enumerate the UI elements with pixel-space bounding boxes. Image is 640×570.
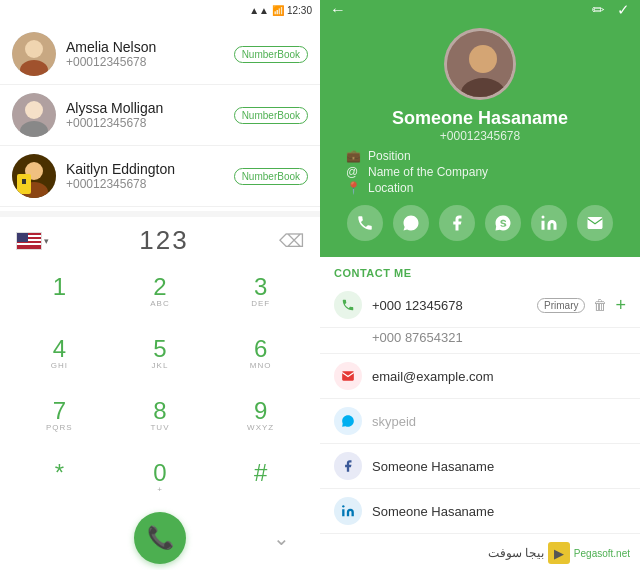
backspace-button[interactable]: ⌫ <box>279 230 304 252</box>
linkedin-text-group: Someone Hasaname <box>372 504 626 519</box>
contact-topbar: ← ✏ ✓ <box>320 0 640 20</box>
header-actions: ✏ ✓ <box>592 1 630 19</box>
phone-2-text: +000 87654321 <box>372 330 463 345</box>
status-icons: ▲▲ 📶 12:30 <box>249 5 312 16</box>
svg-point-15 <box>342 505 344 507</box>
wifi-icon: 📶 <box>272 5 284 16</box>
collapse-button[interactable]: ⌄ <box>273 526 290 550</box>
contact-details: 💼 Position @ Name of the Company 📍 Locat… <box>330 149 630 197</box>
email-text-group: email@example.com <box>372 369 626 384</box>
location-row: 📍 Location <box>346 181 614 195</box>
contact-main-phone: +00012345678 <box>440 129 520 143</box>
facebook-action-button[interactable] <box>439 205 475 241</box>
facebook-entry: Someone Hasaname <box>320 444 640 489</box>
facebook-text-group: Someone Hasaname <box>372 459 626 474</box>
dialer-input-row: ▾ 123 ⌫ <box>10 225 310 256</box>
position-icon: 💼 <box>346 149 360 163</box>
watermark: بيجا سوفت ▶ Pegasoft.net <box>320 536 640 570</box>
signal-icon: ▲▲ <box>249 5 269 16</box>
company-row: @ Name of the Company <box>346 165 614 179</box>
numberbook-badge: NumberBook <box>234 46 308 63</box>
position-row: 💼 Position <box>346 149 614 163</box>
country-flag[interactable]: ▾ <box>16 232 49 250</box>
location-text: Location <box>368 181 413 195</box>
done-button[interactable]: ✓ <box>617 1 630 19</box>
contact-phone: +00012345678 <box>66 116 224 130</box>
right-panel: ← ✏ ✓ Someone Hasaname +00012345678 💼 P <box>320 0 640 570</box>
keypad: 1 2 ABC 3 DEF 4 GHI 5 JKL 6 MNO <box>10 262 310 508</box>
email-entry: email@example.com <box>320 354 640 399</box>
contact-header: ← ✏ ✓ Someone Hasaname +00012345678 💼 P <box>320 0 640 257</box>
flag-dropdown-icon: ▾ <box>44 236 49 246</box>
phone-action-button[interactable] <box>347 205 383 241</box>
linkedin-entry-icon <box>334 497 362 525</box>
contact-big-avatar <box>444 28 516 100</box>
skype-action-button[interactable] <box>485 205 521 241</box>
numberbook-badge: NumberBook <box>234 168 308 185</box>
avatar <box>12 32 56 76</box>
key-5[interactable]: 5 JKL <box>111 324 210 384</box>
key-8[interactable]: 8 TUV <box>111 386 210 446</box>
add-phone-button[interactable]: + <box>615 295 626 316</box>
whatsapp-action-button[interactable] <box>393 205 429 241</box>
svg-rect-10 <box>22 179 26 184</box>
key-3[interactable]: 3 DEF <box>211 262 310 322</box>
phone-icon: 📞 <box>147 525 174 551</box>
phone-entry-1: +000 12345678 Primary 🗑 + <box>320 283 640 328</box>
contact-name: Amelia Nelson <box>66 39 224 55</box>
phone-entry-icon <box>334 291 362 319</box>
contact-phone: +00012345678 <box>66 55 224 69</box>
list-item[interactable]: Alyssa Molligan +00012345678 NumberBook <box>0 85 320 146</box>
flag-icon <box>16 232 42 250</box>
key-0[interactable]: 0 + <box>111 448 210 508</box>
list-item[interactable]: Amelia Nelson +00012345678 NumberBook <box>0 24 320 85</box>
svg-point-12 <box>469 45 497 73</box>
contact-info: Alyssa Molligan +00012345678 <box>66 100 224 130</box>
delete-phone-button[interactable]: 🗑 <box>593 297 607 313</box>
contact-name: Alyssa Molligan <box>66 100 224 116</box>
linkedin-entry: Someone Hasaname <box>320 489 640 534</box>
action-icons-row <box>320 197 640 245</box>
key-6[interactable]: 6 MNO <box>211 324 310 384</box>
email-action-button[interactable] <box>577 205 613 241</box>
company-text: Name of the Company <box>368 165 488 179</box>
position-text: Position <box>368 149 411 163</box>
contact-phone: +00012345678 <box>66 177 224 191</box>
dial-input[interactable]: 123 <box>139 225 188 256</box>
call-button[interactable]: 📞 <box>134 512 186 564</box>
phone-1-actions: Primary 🗑 + <box>537 295 626 316</box>
contact-header-info: Someone Hasaname +00012345678 💼 Position… <box>320 20 640 197</box>
contact-info: Amelia Nelson +00012345678 <box>66 39 224 69</box>
edit-button[interactable]: ✏ <box>592 1 605 19</box>
skype-entry: skypeid <box>320 399 640 444</box>
dialer: ▾ 123 ⌫ 1 2 ABC 3 DEF 4 GHI 5 <box>0 217 320 570</box>
header-nav: ← <box>330 1 346 19</box>
key-star[interactable]: * <box>10 448 109 508</box>
left-panel: ▲▲ 📶 12:30 Amelia Nelson +00012345678 Nu… <box>0 0 320 570</box>
avatar <box>12 93 56 137</box>
avatar <box>12 154 56 198</box>
left-status-bar: ▲▲ 📶 12:30 <box>0 0 320 20</box>
dialer-bottom: 📞 ⌄ <box>10 512 310 564</box>
contact-main-name: Someone Hasaname <box>392 108 568 129</box>
svg-point-4 <box>25 101 43 119</box>
key-hash[interactable]: # <box>211 448 310 508</box>
back-button[interactable]: ← <box>330 1 346 19</box>
watermark-arabic: بيجا سوفت <box>488 546 544 560</box>
time-left: 12:30 <box>287 5 312 16</box>
contact-detail-panel: CONTACT ME +000 12345678 Primary 🗑 + +00… <box>320 257 640 536</box>
skype-entry-icon <box>334 407 362 435</box>
key-2[interactable]: 2 ABC <box>111 262 210 322</box>
svg-point-1 <box>25 40 43 58</box>
key-1[interactable]: 1 <box>10 262 109 322</box>
key-4[interactable]: 4 GHI <box>10 324 109 384</box>
linkedin-action-button[interactable] <box>531 205 567 241</box>
primary-badge: Primary <box>537 298 585 313</box>
contacts-list: Amelia Nelson +00012345678 NumberBook Al… <box>0 20 320 211</box>
key-9[interactable]: 9 WXYZ <box>211 386 310 446</box>
list-item[interactable]: Kaitlyn Eddington +00012345678 NumberBoo… <box>0 146 320 207</box>
key-7[interactable]: 7 PQRS <box>10 386 109 446</box>
facebook-entry-icon <box>334 452 362 480</box>
email-entry-icon <box>334 362 362 390</box>
contact-info: Kaitlyn Eddington +00012345678 <box>66 161 224 191</box>
